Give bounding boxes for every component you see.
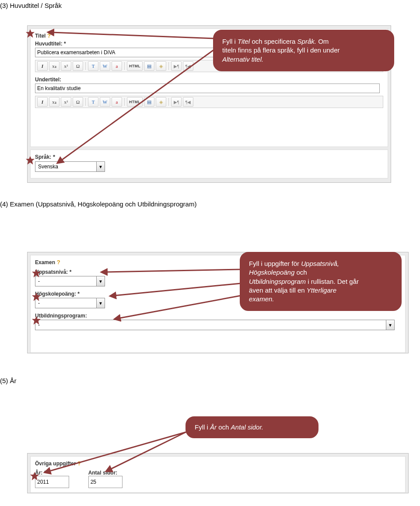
star-icon (25, 156, 35, 165)
tb-pil2-icon[interactable]: ¶◀ (183, 61, 193, 71)
chevron-down-icon: ▼ (386, 320, 394, 330)
req-sprak: * (53, 154, 55, 160)
tb-omega-icon[interactable]: Ω (73, 61, 83, 71)
req-hogskolepoang: * (77, 291, 80, 297)
tb2-clear-icon[interactable]: ◈ (156, 97, 166, 107)
tb-paste-a-icon[interactable]: a (112, 61, 122, 71)
star-icon (25, 29, 35, 38)
tb-subscript-icon[interactable]: x₂ (49, 61, 60, 71)
tb2-pil1-icon[interactable]: ▶¶ (171, 97, 182, 107)
svg-marker-3 (26, 156, 35, 164)
select-uppsatsniva[interactable]: - ▼ (35, 276, 105, 286)
star-icon (32, 292, 41, 302)
chevron-down-icon: ▼ (96, 276, 105, 286)
tb2-pil2-icon[interactable]: ¶◀ (183, 97, 193, 107)
label-ovrigt: Övriga uppgifter (35, 461, 76, 467)
tb2-paste-a-icon[interactable]: a (112, 97, 122, 107)
tb2-omega-icon[interactable]: Ω (73, 97, 83, 107)
label-hogskolepoang: Högskolepoäng: (35, 291, 76, 297)
svg-marker-7 (32, 269, 41, 277)
heading-4: (4) Examen (Uppsatsnivå, Högskolepoäng o… (0, 200, 196, 208)
chevron-down-icon: ▼ (96, 162, 105, 171)
tb2-italic-icon[interactable]: I (37, 97, 48, 107)
label-undertitel: Undertitel: (35, 77, 61, 83)
select-sprak-value: Svenska (35, 162, 69, 171)
req-uppsatsniva: * (70, 269, 72, 275)
tb2-html-icon[interactable]: HTML (127, 97, 143, 107)
label-huvudtitel: Huvudtitel: (35, 41, 63, 47)
svg-marker-8 (32, 293, 41, 301)
tb2-subscript-icon[interactable]: x₂ (49, 97, 60, 107)
tb-italic-icon[interactable]: I (37, 61, 48, 71)
svg-marker-10 (30, 472, 39, 480)
input-undertitel[interactable] (35, 84, 380, 93)
req-huvudtitel: * (64, 41, 66, 47)
callout-ar: Fyll i År och Antal sidor. (186, 416, 318, 438)
select-sprak[interactable]: Svenska ▼ (35, 161, 105, 172)
tb2-paste-text-icon[interactable]: T (88, 97, 98, 107)
tb-pil1-icon[interactable]: ▶¶ (171, 61, 182, 71)
label-sprak: Språk: (35, 154, 51, 160)
star-icon (32, 269, 41, 278)
chevron-down-icon: ▼ (96, 298, 105, 308)
help-examen[interactable]: ? (57, 259, 60, 265)
tb-source-icon[interactable]: ▤ (144, 61, 154, 71)
label-examen: Examen (35, 259, 55, 265)
svg-marker-9 (32, 316, 41, 325)
svg-marker-2 (26, 29, 35, 38)
tb-clear-icon[interactable]: ◈ (156, 61, 166, 71)
callout-examen: Fyll i uppgifter för Uppsatsnivå, Högsko… (240, 252, 402, 311)
req-ar: * (44, 470, 46, 476)
star-icon (32, 316, 41, 325)
label-antal-sidor: Antal sidor: (88, 470, 118, 476)
tb-paste-word-icon[interactable]: W (100, 61, 110, 71)
star-icon (30, 471, 39, 481)
select-hogskolepoang[interactable]: - ▼ (35, 298, 105, 308)
select-utbildningsprogram[interactable]: - ▼ (35, 320, 395, 330)
heading-5: (5) År (0, 377, 17, 384)
help-ovrigt[interactable]: ? (77, 460, 81, 467)
heading-3: (3) Huvudtitel / Språk (0, 2, 62, 9)
input-antal-sidor[interactable] (88, 476, 122, 488)
tb2-superscript-icon[interactable]: x² (61, 97, 71, 107)
tb2-paste-word-icon[interactable]: W (100, 97, 110, 107)
callout-titel: Fyll i Titel och specificera Språk. Om t… (213, 30, 394, 71)
label-titel: Titel (35, 33, 46, 39)
panel-ovrigt: Övriga uppgifter ? År: * Antal sidor: (27, 453, 409, 493)
input-ar[interactable] (35, 476, 69, 488)
tb-html-icon[interactable]: HTML (127, 61, 143, 71)
tb-superscript-icon[interactable]: x² (61, 61, 71, 71)
tb2-source-icon[interactable]: ▤ (144, 97, 154, 107)
tb-paste-text-icon[interactable]: T (88, 61, 98, 71)
toolbar-undertitel: I x₂ x² Ω T W a HTML ▤ ◈ ▶¶ ¶◀ (35, 96, 383, 108)
label-utbildningsprogram: Utbildningsprogram: (35, 313, 401, 319)
help-titel[interactable]: ? (47, 32, 51, 39)
